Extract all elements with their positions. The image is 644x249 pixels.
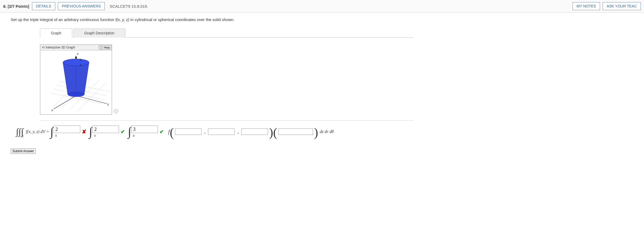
check-icon-1: ✔ — [121, 128, 125, 135]
paren-open-2: ( — [273, 129, 277, 135]
question-header: 8. [2/7 Points] DETAILS PREVIOUS ANSWERS… — [0, 0, 644, 13]
svg-point-12 — [63, 59, 89, 66]
question-icon: ? — [100, 46, 103, 49]
divider — [40, 121, 413, 121]
axis-x-label: x — [51, 109, 53, 112]
f-arg-2-input[interactable] — [208, 128, 235, 135]
rotate-3d-icon[interactable]: ⟲ — [42, 46, 45, 49]
f-arg-1-input[interactable] — [175, 128, 202, 135]
integral-2-lower: 0 — [92, 134, 96, 138]
jacobian-input[interactable] — [278, 128, 313, 135]
integral-1-upper-input[interactable] — [54, 126, 80, 133]
integral-3-symbol: ∫ — [128, 127, 131, 136]
my-notes-button[interactable]: MY NOTES — [573, 2, 600, 10]
previous-answers-button[interactable]: PREVIOUS ANSWERS — [58, 2, 105, 10]
graph-canvas[interactable]: 2 3 z y x i — [40, 50, 112, 114]
axis-z-label: z — [77, 52, 79, 55]
graph-title: Interactive 3D Graph — [46, 46, 75, 49]
paren-close-2: ) — [314, 129, 318, 135]
svg-marker-11 — [75, 56, 77, 58]
integral-1-lower: 0 — [54, 134, 57, 138]
svg-text:3: 3 — [80, 58, 81, 61]
integral-2-symbol: ∫ — [89, 127, 93, 136]
tab-graph-description[interactable]: Graph Description — [73, 29, 125, 38]
details-button[interactable]: DETAILS — [32, 2, 55, 10]
svg-line-9 — [76, 96, 107, 104]
comma-1: , — [204, 129, 206, 135]
integral-3-lower: 0 — [131, 134, 135, 138]
differential-label: dz dr dθ — [320, 129, 334, 134]
check-icon-2: ✔ — [159, 128, 164, 135]
axis-y-label: y — [107, 103, 109, 106]
equation-row: ∫∫∫E f(x, y, z) dV = ∫ 0 ✘ ∫ 0 ✔ ∫ 0 — [16, 126, 636, 138]
comma-2: , — [237, 129, 239, 135]
integral-3-upper-input[interactable] — [131, 126, 158, 133]
info-icon[interactable]: i — [114, 109, 118, 113]
tab-graph[interactable]: Graph — [40, 29, 72, 38]
integral-2-upper-input[interactable] — [92, 126, 119, 133]
integral-1-symbol: ∫ — [50, 127, 54, 136]
source-label: SCALCET9 15.8.019. — [110, 4, 148, 9]
triple-integral-symbol: ∫∫∫E — [16, 127, 25, 136]
wrong-icon: ✘ — [82, 128, 86, 135]
graph-panel: ⟲ Interactive 3D Graph ? Help — [40, 45, 112, 115]
question-number: 8. [2/7 Points] — [3, 4, 29, 9]
svg-point-13 — [68, 92, 84, 97]
paren-close-1: ) — [269, 129, 273, 135]
question-prompt: Set up the triple integral of an arbitra… — [11, 17, 636, 22]
integrand-label: f(x, y, z) dV = — [26, 129, 49, 134]
paren-open-1: ( — [170, 129, 174, 135]
f-arg-3-input[interactable] — [241, 128, 268, 135]
svg-line-10 — [54, 96, 76, 109]
svg-text:2: 2 — [80, 64, 81, 66]
submit-answer-button[interactable]: Submit Answer — [11, 148, 36, 154]
graph-help-button[interactable]: ? Help — [99, 45, 111, 50]
ask-teacher-button[interactable]: ASK YOUR TEAC — [603, 2, 641, 10]
tab-bar: Graph Graph Description — [40, 28, 413, 38]
